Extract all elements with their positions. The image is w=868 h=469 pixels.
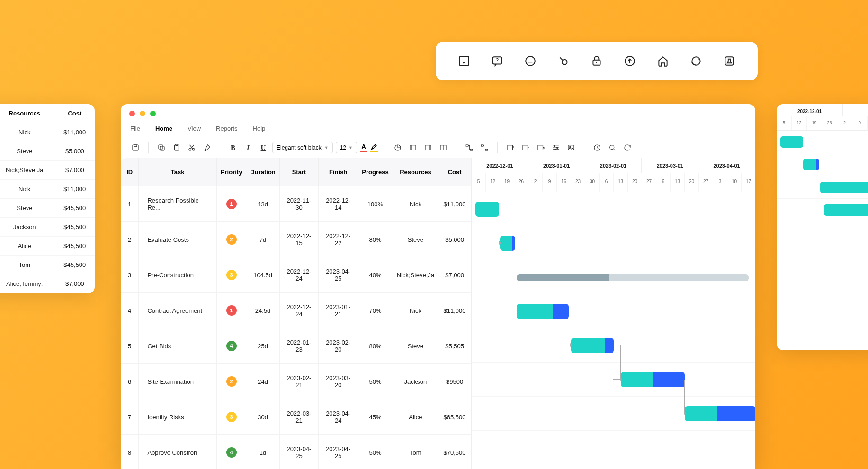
link-task-icon[interactable] (463, 142, 475, 154)
maximize-dot[interactable] (150, 111, 156, 116)
task-row[interactable]: 8 Approve Constron 4 1d 2023-04-25 2023-… (121, 435, 471, 469)
del-col-icon[interactable] (535, 142, 547, 154)
paste-icon[interactable] (170, 142, 183, 154)
gantt-bar[interactable] (685, 406, 755, 421)
font-color-button[interactable]: A (360, 143, 367, 152)
left-row[interactable]: 00%Steve$45,500 (0, 199, 95, 218)
gantt-chart: 2022-12-012023-01-012023-02-012023-03-01… (471, 158, 755, 469)
italic-button[interactable]: I (242, 142, 254, 154)
col-task[interactable]: Task (139, 158, 216, 186)
left-row[interactable]: 00%Jackson$45,500 (0, 218, 95, 237)
lock-icon[interactable] (590, 54, 603, 68)
minimize-dot[interactable] (140, 111, 145, 116)
left-row[interactable]: 00%Tom$45,500 (0, 256, 95, 274)
col-resources[interactable]: Resources (393, 158, 438, 186)
floating-toolbar: ? (436, 42, 758, 80)
menu-home[interactable]: Home (155, 125, 172, 132)
task-row[interactable]: 2 Evaluate Costs 2 7d 2022-12-15 2022-12… (121, 222, 471, 257)
dependency-arrow (499, 209, 500, 243)
svg-rect-10 (134, 145, 137, 147)
task-row[interactable]: 4 Contract Agreement 1 24.5d 2022-12-24 … (121, 293, 471, 328)
left-row[interactable]: 00%Nick$11,000 (0, 123, 95, 142)
gantt-bar[interactable] (517, 304, 569, 319)
col-start[interactable]: Start (279, 158, 318, 186)
col-finish[interactable]: Finish (319, 158, 358, 186)
task-row[interactable]: 1 Research Possible Re... 1 13d 2022-11-… (121, 186, 471, 222)
priority-badge: 3 (226, 270, 237, 280)
gantt-bar[interactable] (500, 236, 515, 251)
task-row[interactable]: 5 Get Bids 4 25d 2022-01-23 2023-02-20 8… (121, 328, 471, 364)
left-row[interactable]: 30%Steve$5,000 (0, 142, 95, 161)
task-table: IDTaskPriorityDurationStartFinishProgres… (121, 158, 471, 469)
home-icon[interactable] (656, 54, 670, 68)
task-row[interactable]: 7 Idenfity Risks 3 30d 2022-03-21 2023-0… (121, 399, 471, 435)
device-icon[interactable] (723, 54, 736, 68)
window-controls (121, 104, 755, 123)
highlight-color-button[interactable]: 🖍 (370, 143, 378, 152)
search-icon[interactable] (606, 142, 618, 154)
left-row[interactable]: 00%Nick$11,000 (0, 180, 95, 199)
svg-point-30 (555, 149, 556, 150)
font-size-select[interactable]: 12▼ (336, 142, 357, 153)
unlink-task-icon[interactable] (478, 142, 491, 154)
menu-view[interactable]: View (188, 125, 201, 132)
panel-c-icon[interactable] (437, 142, 449, 154)
priority-badge: 1 (226, 199, 237, 209)
gantt-body[interactable] (472, 192, 755, 431)
panel-a-icon[interactable] (407, 142, 419, 154)
upload-icon[interactable] (623, 54, 636, 68)
dependency-arrow (568, 311, 571, 345)
save-icon[interactable] (129, 142, 142, 154)
font-family-select[interactable]: Elegant soft black▼ (272, 142, 333, 153)
right-preview-panel: 2022-12-012023- 512192629 (777, 104, 868, 350)
gantt-bar[interactable] (621, 372, 685, 387)
gantt-bar[interactable] (517, 274, 749, 281)
emoji-icon[interactable] (524, 54, 537, 68)
svg-rect-22 (470, 149, 473, 150)
col-progress[interactable]: Progress (358, 158, 393, 186)
svg-rect-8 (725, 57, 733, 65)
left-row[interactable]: 00%Alice$45,500 (0, 237, 95, 256)
col-cost[interactable]: Cost (438, 158, 471, 186)
panel-b-icon[interactable] (422, 142, 434, 154)
support-icon[interactable] (689, 54, 703, 68)
menu-help[interactable]: Help (253, 125, 266, 132)
priority-badge: 1 (226, 305, 237, 316)
svg-point-34 (610, 145, 614, 150)
settings-icon[interactable] (550, 142, 562, 154)
edit-col-icon[interactable] (519, 142, 532, 154)
pie-icon[interactable] (392, 142, 404, 154)
left-row[interactable]: 00%Alice;Tommy;$7,000 (0, 274, 95, 293)
task-row[interactable]: 3 Pre-Construction 3 104.5d 2022-12-24 2… (121, 257, 471, 293)
slideshow-icon[interactable] (457, 54, 471, 68)
col-duration[interactable]: Duration (246, 158, 279, 186)
svg-rect-23 (481, 145, 483, 146)
format-painter-icon[interactable] (201, 142, 213, 154)
lasso-icon[interactable] (557, 54, 570, 68)
svg-rect-31 (568, 145, 574, 150)
gantt-bar[interactable] (571, 338, 614, 353)
menu-bar: File Home View Reports Help (121, 123, 755, 138)
priority-badge: 2 (226, 234, 237, 245)
image-icon[interactable] (565, 142, 577, 154)
underline-button[interactable]: U (257, 142, 269, 154)
col-cost: Cost (55, 104, 95, 123)
gantt-bar[interactable] (475, 202, 499, 217)
help-chat-icon[interactable]: ? (491, 54, 504, 68)
col-priority[interactable]: Priority (216, 158, 246, 186)
copy-icon[interactable] (155, 142, 168, 154)
col-id[interactable]: ID (121, 158, 139, 186)
history-icon[interactable] (591, 142, 603, 154)
add-col-icon[interactable] (504, 142, 517, 154)
cut-icon[interactable] (186, 142, 198, 154)
col-resources: Resources (0, 104, 55, 123)
menu-reports[interactable]: Reports (216, 125, 238, 132)
bold-button[interactable]: B (227, 142, 239, 154)
refresh-icon[interactable] (621, 142, 634, 154)
svg-rect-26 (523, 145, 528, 150)
task-row[interactable]: 6 Site Examination 2 24d 2023-02-21 2023… (121, 364, 471, 399)
close-dot[interactable] (129, 111, 135, 116)
svg-rect-0 (459, 56, 469, 66)
menu-file[interactable]: File (130, 125, 140, 132)
left-row[interactable]: 00%Nick;Steve;Ja$7,000 (0, 161, 95, 180)
